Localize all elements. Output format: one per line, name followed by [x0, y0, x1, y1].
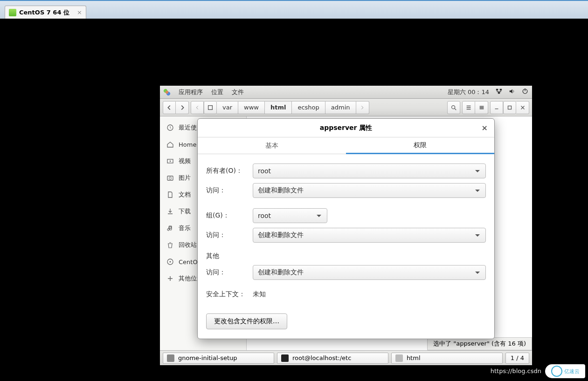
svg-rect-0 [496, 89, 498, 91]
combo-value: root [258, 212, 271, 219]
vm-tab-title: CentOS 7 64 位 [19, 8, 69, 17]
task-label: gnome-initial-setup [178, 354, 237, 361]
vm-os-icon [9, 9, 16, 16]
dialog-tabs: 基本 权限 [198, 137, 494, 154]
svg-rect-5 [208, 105, 213, 109]
clock-label[interactable]: 星期六 00：14 [448, 88, 489, 96]
nav-forward-button[interactable] [176, 101, 189, 114]
volume-icon[interactable] [509, 88, 515, 96]
fm-status-bar: 选中了 "appserver" (含有 16 项) [427, 337, 532, 350]
svg-rect-1 [500, 89, 502, 91]
security-context-value: 未知 [253, 290, 266, 299]
other-access-combo[interactable]: 创建和删除文件 [253, 265, 486, 280]
task-files[interactable]: html [391, 353, 503, 364]
owner-label: 所有者(O)： [206, 167, 253, 175]
path-scroll-left[interactable] [191, 101, 204, 114]
path-scroll-right[interactable] [356, 101, 369, 114]
menu-places[interactable]: 位置 [211, 88, 223, 96]
group-combo[interactable]: root [253, 208, 327, 223]
terminal-icon [281, 354, 289, 362]
dialog-close-button[interactable]: × [482, 123, 488, 132]
view-list-button[interactable] [462, 101, 475, 114]
sidebar-item-label: 视频 [179, 157, 191, 165]
window-minimize-button[interactable] [490, 101, 503, 114]
other-access-label: 访问： [206, 268, 253, 277]
sidebar-item-label: Home [179, 141, 196, 148]
path-root-icon[interactable] [204, 101, 217, 114]
tab-permissions[interactable]: 权限 [346, 137, 494, 154]
taskbar: gnome-initial-setup root@localhost:/etc … [160, 350, 532, 365]
window-maximize-button[interactable] [503, 101, 516, 114]
task-terminal[interactable]: root@localhost:/etc [277, 353, 388, 364]
tab-basic[interactable]: 基本 [198, 137, 346, 154]
path-segment[interactable]: var [217, 101, 238, 114]
combo-value: root [258, 167, 271, 175]
dialog-title: appserver 属性 [320, 124, 373, 132]
combo-value: 创建和删除文件 [258, 268, 304, 277]
group-access-combo[interactable]: 创建和删除文件 [253, 228, 486, 243]
power-icon[interactable] [522, 88, 528, 96]
svg-rect-4 [525, 88, 525, 91]
sidebar-item-label: 文档 [179, 190, 191, 199]
task-label: html [407, 354, 421, 361]
svg-point-6 [452, 105, 455, 109]
folder-icon [395, 354, 403, 362]
dialog-titlebar: appserver 属性 × [198, 119, 494, 137]
others-section-label: 其他 [206, 252, 486, 260]
sidebar-item-label: 音乐 [179, 224, 191, 232]
activities-icon[interactable] [164, 89, 170, 95]
task-label: root@localhost:/etc [292, 354, 351, 361]
search-button[interactable] [447, 101, 460, 114]
view-menu-button[interactable] [475, 101, 488, 114]
sidebar-item-label: 下载 [179, 207, 191, 216]
vm-tab-centos[interactable]: CentOS 7 64 位 × [5, 6, 86, 19]
vm-host-tabbar: CentOS 7 64 位 × [0, 0, 588, 19]
fm-toolbar: var www html ecshop admin [160, 99, 532, 116]
svg-rect-10 [167, 176, 173, 180]
workspace-indicator[interactable]: 1 / 4 [505, 353, 529, 364]
change-contained-perms-button[interactable]: 更改包含文件的权限… [206, 313, 287, 329]
watermark-logo: 亿速云 [545, 364, 585, 378]
path-segment[interactable]: admin [325, 101, 356, 114]
properties-dialog: appserver 属性 × 基本 权限 所有者(O)： root 访问： 创建… [197, 118, 495, 339]
path-bar: var www html ecshop admin [191, 101, 369, 114]
owner-access-label: 访问： [206, 186, 253, 195]
path-segment[interactable]: html [265, 101, 292, 114]
path-segment[interactable]: ecshop [292, 101, 325, 114]
combo-value: 创建和删除文件 [258, 231, 304, 239]
task-gnome-initial-setup[interactable]: gnome-initial-setup [163, 353, 274, 364]
wrench-icon [167, 354, 174, 362]
window-close-button[interactable] [516, 101, 529, 114]
guest-desktop: 应用程序 位置 文件 星期六 00：14 var www html ecshop [160, 86, 532, 365]
svg-rect-7 [508, 106, 512, 109]
vm-tab-close-icon[interactable]: × [77, 9, 82, 16]
watermark-logo-text: 亿速云 [564, 368, 580, 375]
gnome-top-bar: 应用程序 位置 文件 星期六 00：14 [160, 86, 532, 99]
group-access-label: 访问： [206, 231, 253, 239]
svg-point-11 [169, 177, 172, 179]
group-label: 组(G)： [206, 211, 253, 220]
menu-files[interactable]: 文件 [232, 88, 244, 96]
combo-value: 创建和删除文件 [258, 186, 304, 195]
owner-access-combo[interactable]: 创建和删除文件 [253, 183, 486, 198]
svg-point-13 [170, 261, 171, 263]
path-segment[interactable]: www [238, 101, 265, 114]
watermark-url: https://blog.csdn [491, 367, 541, 374]
menu-applications[interactable]: 应用程序 [179, 88, 203, 96]
sidebar-item-label: 回收站 [179, 241, 197, 249]
security-context-label: 安全上下文： [206, 290, 253, 299]
nav-back-button[interactable] [163, 101, 176, 114]
network-icon[interactable] [496, 88, 502, 96]
owner-combo[interactable]: root [253, 163, 486, 178]
sidebar-item-label: 图片 [179, 174, 191, 182]
